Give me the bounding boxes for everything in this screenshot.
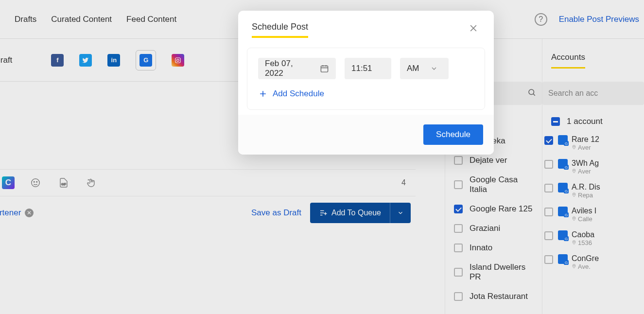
client-item-label: Dejate ver [470, 156, 507, 165]
chevron-down-icon [430, 65, 438, 72]
account-checkbox[interactable] [544, 208, 553, 216]
account-item[interactable]: A.R. DisRepa [542, 179, 644, 203]
svg-line-12 [533, 94, 535, 95]
account-name: ConGre [572, 254, 599, 263]
client-item[interactable]: Google Rare 125 [445, 199, 542, 219]
tab-drafts[interactable]: Drafts [15, 15, 36, 24]
account-checkbox[interactable] [544, 184, 553, 192]
svg-point-16 [574, 218, 574, 219]
account-item[interactable]: Caoba1536 [542, 227, 644, 250]
draft-label: l Draft [0, 55, 12, 65]
google-business-icon[interactable]: G [136, 50, 156, 70]
google-business-badge-icon [558, 207, 568, 216]
accounts-master-checkbox[interactable] [551, 117, 560, 126]
client-checkbox[interactable] [454, 205, 463, 213]
accounts-panel: Accounts Search an acc 1 account Rare 12… [542, 39, 644, 314]
client-checkbox[interactable] [454, 292, 463, 301]
account-name: Aviles I [572, 207, 596, 215]
account-checkbox[interactable] [544, 160, 553, 169]
accounts-search-input[interactable]: Search an acc [542, 82, 644, 105]
location-pin-icon [572, 239, 576, 246]
url-shortener-link[interactable]: hortener [0, 208, 21, 218]
close-icon [469, 23, 478, 33]
svg-point-11 [529, 89, 534, 95]
account-item[interactable]: Rare 12Aver [542, 131, 644, 155]
location-pin-icon [572, 192, 576, 199]
location-pin-icon [572, 168, 576, 175]
account-checkbox[interactable] [544, 136, 553, 145]
client-item[interactable]: Jota Restaurant [445, 287, 542, 306]
client-item[interactable]: Island Dwellers PR [445, 258, 542, 287]
client-item[interactable]: Graziani [445, 219, 542, 238]
google-business-badge-icon [558, 230, 568, 240]
queue-icon [319, 209, 328, 217]
client-checkbox[interactable] [454, 244, 463, 252]
svg-point-17 [574, 242, 574, 243]
location-pin-icon [572, 263, 576, 270]
canva-icon[interactable]: C [2, 176, 15, 189]
svg-point-4 [36, 181, 37, 182]
facebook-icon[interactable]: f [51, 54, 64, 67]
schedule-date-input[interactable]: Feb 07, 2022 [258, 58, 336, 79]
google-business-badge-icon [558, 135, 568, 145]
account-checkbox[interactable] [544, 231, 553, 240]
svg-point-18 [574, 265, 574, 266]
account-name: 3Wh Ag [572, 159, 599, 168]
accounts-selected-count[interactable]: 1 account [542, 112, 644, 131]
account-name: Rare 12 [572, 135, 599, 144]
account-checkbox[interactable] [544, 255, 553, 264]
svg-rect-21 [321, 66, 328, 72]
schedule-ampm-select[interactable]: AM [400, 58, 449, 79]
gif-icon[interactable]: GIF [56, 175, 71, 190]
modal-close-button[interactable] [467, 21, 480, 38]
schedule-time-input[interactable]: 11:51 [345, 58, 391, 79]
google-business-badge-icon [558, 159, 568, 169]
help-icon[interactable]: ? [535, 13, 547, 26]
linkedin-icon[interactable]: in [107, 54, 120, 67]
location-pin-icon [572, 144, 576, 151]
account-subtext: Ave. [572, 263, 599, 270]
google-business-badge-icon [558, 254, 568, 264]
svg-text:GIF: GIF [61, 183, 66, 186]
twitter-icon[interactable] [79, 54, 92, 67]
char-count: 4 [401, 178, 406, 187]
tab-feed-content[interactable]: Feed Content [126, 15, 176, 24]
schedule-button[interactable]: Schedule [423, 124, 483, 145]
account-item[interactable]: Aviles ICalle [542, 203, 644, 227]
calendar-icon [320, 64, 329, 73]
compose-toolbar: C GIF 4 [0, 169, 416, 196]
shortener-remove-icon[interactable]: ✕ [25, 209, 34, 217]
google-business-badge-icon [558, 183, 568, 192]
client-checkbox[interactable] [454, 268, 463, 277]
emoji-icon[interactable] [28, 175, 43, 190]
add-schedule-label: Add Schedule [273, 89, 324, 99]
queue-dropdown-caret[interactable] [390, 203, 411, 223]
client-item-label: Google Rare 125 [470, 204, 532, 214]
account-subtext: Aver [572, 168, 599, 175]
enable-post-previews-link[interactable]: Enable Post Previews [559, 15, 639, 24]
svg-point-15 [574, 194, 574, 195]
instagram-icon[interactable] [172, 54, 184, 67]
add-to-queue-label: Add To Queue [331, 209, 381, 217]
add-schedule-link[interactable]: Add Schedule [258, 89, 474, 99]
client-item-label: Graziani [470, 224, 500, 233]
client-checkbox[interactable] [454, 156, 463, 165]
add-to-queue-button[interactable]: Add To Queue [310, 203, 411, 223]
schedule-card: Feb 07, 2022 11:51 AM Add Schedule [247, 48, 485, 110]
account-item[interactable]: ConGreAve. [542, 250, 644, 274]
tab-curated-content[interactable]: Curated Content [51, 15, 112, 24]
modal-title: Schedule Post [252, 22, 308, 38]
client-checkbox[interactable] [454, 224, 463, 233]
save-as-draft-link[interactable]: Save as Draft [251, 208, 301, 218]
account-subtext: Calle [572, 215, 596, 223]
svg-point-1 [177, 59, 179, 61]
client-checkbox[interactable] [454, 180, 463, 189]
schedule-post-modal: Schedule Post Feb 07, 2022 11:51 AM Add … [238, 11, 494, 155]
account-subtext: Repa [572, 192, 600, 199]
account-item[interactable]: 3Wh AgAver [542, 155, 644, 179]
client-item[interactable]: Innato [445, 238, 542, 258]
compose-lower-bar: hortener ✕ Save as Draft Add To Queue [0, 196, 416, 229]
account-subtext: Aver [572, 144, 599, 151]
hand-pointer-icon[interactable] [85, 175, 99, 190]
client-item[interactable]: Google Casa Italia [445, 170, 542, 199]
